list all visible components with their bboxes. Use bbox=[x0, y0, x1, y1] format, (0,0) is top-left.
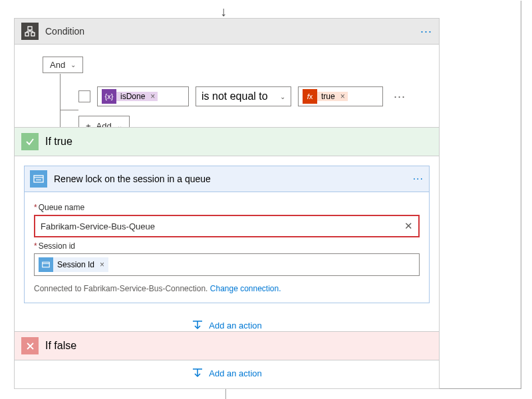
chevron-down-icon: ⌄ bbox=[280, 93, 285, 100]
renew-lock-card: Renew lock on the session in a queue ···… bbox=[24, 166, 430, 303]
queue-name-value: Fabrikam-Service-Bus-Queue bbox=[41, 221, 155, 231]
renew-more-icon[interactable]: ··· bbox=[413, 173, 424, 185]
condition-join-dropdown[interactable]: And ⌄ bbox=[43, 57, 83, 73]
condition-row-checkbox[interactable] bbox=[78, 90, 90, 102]
add-action-false-button[interactable]: Add an action bbox=[192, 367, 262, 379]
connection-status: Connected to Fabrikam-Service-Bus-Connec… bbox=[34, 284, 420, 293]
row-more-icon[interactable]: ··· bbox=[394, 90, 406, 104]
remove-token-icon[interactable]: × bbox=[98, 257, 108, 272]
condition-right-input[interactable]: fx true × bbox=[298, 86, 383, 106]
svg-rect-0 bbox=[28, 27, 32, 30]
condition-header[interactable]: Condition ··· bbox=[15, 19, 439, 45]
if-false-header[interactable]: If false bbox=[15, 332, 439, 360]
session-id-label: *Session id bbox=[34, 241, 420, 251]
if-true-header[interactable]: If true bbox=[15, 128, 439, 156]
svg-rect-1 bbox=[25, 33, 29, 36]
if-true-title: If true bbox=[45, 136, 72, 148]
operator-label: is not equal to bbox=[201, 90, 268, 102]
session-id-input[interactable]: Session Id × bbox=[34, 253, 420, 276]
change-connection-link[interactable]: Change connection. bbox=[210, 284, 281, 293]
flow-arrow-icon: ↓ bbox=[220, 4, 227, 19]
remove-token-icon[interactable]: × bbox=[149, 92, 158, 101]
condition-join-label: And bbox=[50, 60, 65, 70]
svg-rect-2 bbox=[31, 33, 35, 36]
add-action-label: Add an action bbox=[209, 368, 262, 378]
remove-token-icon[interactable]: × bbox=[339, 92, 348, 101]
check-icon bbox=[21, 133, 39, 150]
session-id-token[interactable]: Session Id × bbox=[39, 257, 108, 273]
service-bus-icon bbox=[30, 170, 47, 188]
service-bus-icon bbox=[39, 257, 53, 272]
condition-more-icon[interactable]: ··· bbox=[420, 25, 432, 39]
close-icon bbox=[21, 337, 39, 354]
isdone-token[interactable]: {x} isDone × bbox=[102, 89, 158, 104]
renew-lock-header[interactable]: Renew lock on the session in a queue ··· bbox=[25, 166, 429, 192]
queue-name-input[interactable]: Fabrikam-Service-Bus-Queue ✕ bbox=[34, 215, 420, 237]
condition-icon bbox=[21, 23, 39, 40]
function-icon: fx bbox=[303, 89, 317, 104]
token-label: isDone bbox=[116, 92, 149, 101]
queue-name-label: *Queue name bbox=[34, 203, 420, 212]
clear-icon[interactable]: ✕ bbox=[404, 220, 413, 232]
insert-step-icon bbox=[192, 319, 203, 331]
renew-lock-title: Renew lock on the session in a queue bbox=[54, 174, 413, 184]
if-true-card: If true Renew lock on the session in a q… bbox=[14, 127, 440, 341]
condition-left-input[interactable]: {x} isDone × bbox=[97, 86, 189, 106]
add-action-label: Add an action bbox=[209, 321, 262, 331]
svg-rect-7 bbox=[34, 176, 43, 182]
insert-step-icon bbox=[192, 367, 203, 379]
variable-icon: {x} bbox=[102, 89, 116, 104]
condition-operator-dropdown[interactable]: is not equal to ⌄ bbox=[196, 86, 291, 106]
if-false-title: If false bbox=[45, 340, 76, 352]
add-action-true-button[interactable]: Add an action bbox=[192, 319, 262, 331]
chevron-down-icon: ⌄ bbox=[70, 61, 76, 68]
token-label: true bbox=[317, 92, 339, 101]
true-token[interactable]: fx true × bbox=[303, 89, 348, 104]
session-token-label: Session Id bbox=[53, 257, 98, 272]
svg-rect-10 bbox=[43, 262, 50, 267]
if-false-card: If false Add an action bbox=[14, 331, 440, 389]
condition-title: Condition bbox=[45, 26, 420, 37]
